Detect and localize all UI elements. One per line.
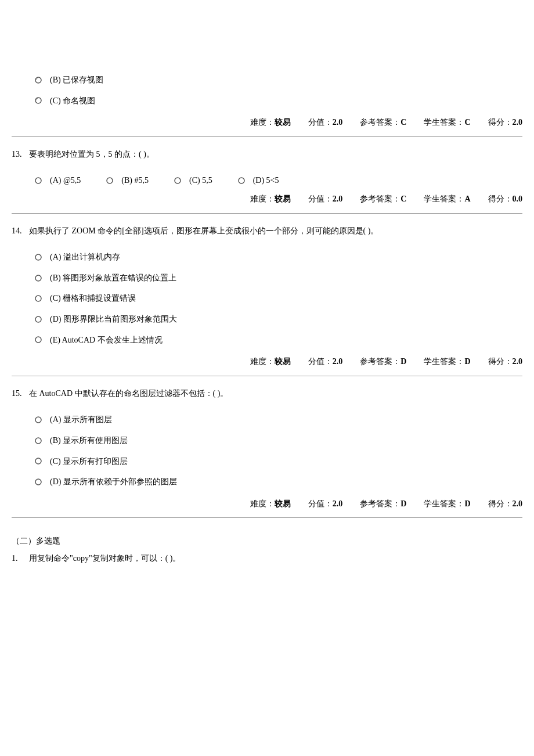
options-list: (A) 溢出计算机内存 (B) 将图形对象放置在错误的位置上 (C) 栅格和捕捉… <box>12 247 522 350</box>
option-c[interactable]: (C) 栅格和捕捉设置错误 <box>12 288 522 309</box>
option-c[interactable]: (C) 5,5 <box>174 175 212 186</box>
option-d[interactable]: (D) 显示所有依赖于外部参照的图层 <box>12 471 522 492</box>
question-text: 如果执行了 ZOOM 命令的[全部]选项后，图形在屏幕上变成很小的一个部分，则可… <box>29 225 378 237</box>
radio-icon <box>35 275 42 282</box>
answer-meta-row: 难度：较易 分值：2.0 参考答案：D 学生答案：D 得分：2.0 <box>12 496 522 513</box>
radio-icon <box>35 316 42 323</box>
option-label: (C) 显示所有打印图层 <box>50 456 128 467</box>
option-label: (A) 溢出计算机内存 <box>50 251 120 263</box>
svg-point-3 <box>107 178 113 183</box>
difficulty: 难度：较易 <box>250 356 291 368</box>
svg-point-14 <box>35 479 41 485</box>
svg-point-11 <box>35 417 41 423</box>
reference-answer: 参考答案：C <box>360 117 406 128</box>
option-c[interactable]: (C) 显示所有打印图层 <box>12 451 522 472</box>
question-text: 要表明绝对位置为 5，5 的点：( )。 <box>29 149 154 160</box>
option-d[interactable]: (D) 5<5 <box>238 175 279 186</box>
option-e[interactable]: (E) AutoCAD 不会发生上述情况 <box>12 330 522 351</box>
divider <box>12 517 522 518</box>
question-number: 1. <box>12 553 29 564</box>
option-b[interactable]: (B) 已保存视图 <box>12 70 522 91</box>
svg-point-6 <box>35 254 41 260</box>
score-value: 分值：2.0 <box>308 356 343 368</box>
options-inline: (A) @5,5 (B) #5,5 (C) 5,5 (D) 5<5 <box>12 170 522 191</box>
reference-answer: 参考答案：D <box>360 356 406 368</box>
question-number: 14. <box>12 225 29 237</box>
student-answer: 学生答案：C <box>424 117 470 128</box>
question-15: 15. 在 AutoCAD 中默认存在的命名图层过滤器不包括：( )。 (A) … <box>12 388 522 513</box>
option-a[interactable]: (A) @5,5 <box>35 175 81 186</box>
student-answer: 学生答案：D <box>424 498 470 510</box>
svg-point-4 <box>175 178 181 183</box>
radio-icon <box>35 458 42 465</box>
svg-point-5 <box>239 178 244 183</box>
earned-score: 得分：2.0 <box>488 498 523 510</box>
option-c[interactable]: (C) 命名视图 <box>12 91 522 111</box>
answer-meta-row: 难度：较易 分值：2.0 参考答案：C 学生答案：A 得分：0.0 <box>12 191 522 208</box>
options-list: (A) 显示所有图层 (B) 显示所有使用图层 (C) 显示所有打印图层 (D)… <box>12 409 522 492</box>
option-label: (A) @5,5 <box>50 175 81 186</box>
divider <box>12 136 522 137</box>
option-label: (C) 栅格和捕捉设置错误 <box>50 293 136 304</box>
radio-icon <box>35 97 42 104</box>
option-label: (B) #5,5 <box>121 175 149 186</box>
radio-icon <box>35 416 42 423</box>
reference-answer: 参考答案：D <box>360 498 406 510</box>
option-label: (A) 显示所有图层 <box>50 414 112 426</box>
question-12-partial: (B) 已保存视图 (C) 命名视图 难度：较易 分值：2.0 参考答案：C 学… <box>12 70 522 132</box>
question-text: 用复制命令"copy"复制对象时，可以：( )。 <box>29 553 181 564</box>
question-number: 13. <box>12 149 29 160</box>
divider <box>12 213 522 214</box>
difficulty: 难度：较易 <box>250 498 291 510</box>
option-b[interactable]: (B) #5,5 <box>106 175 149 186</box>
option-label: (D) 显示所有依赖于外部参照的图层 <box>50 476 177 488</box>
radio-icon <box>35 177 42 184</box>
radio-icon <box>35 254 42 261</box>
question-stem: 14. 如果执行了 ZOOM 命令的[全部]选项后，图形在屏幕上变成很小的一个部… <box>12 225 522 237</box>
option-label: (D) 图形界限比当前图形对象范围大 <box>50 314 177 325</box>
question-stem: 1. 用复制命令"copy"复制对象时，可以：( )。 <box>12 553 522 564</box>
earned-score: 得分：2.0 <box>488 117 523 128</box>
reference-answer: 参考答案：C <box>360 193 406 205</box>
question-13: 13. 要表明绝对位置为 5，5 的点：( )。 (A) @5,5 (B) #5… <box>12 149 522 208</box>
question-text: 在 AutoCAD 中默认存在的命名图层过滤器不包括：( )。 <box>29 388 228 399</box>
option-label: (B) 已保存视图 <box>50 74 103 86</box>
option-b[interactable]: (B) 显示所有使用图层 <box>12 430 522 451</box>
earned-score: 得分：0.0 <box>488 193 523 205</box>
question-stem: 13. 要表明绝对位置为 5，5 的点：( )。 <box>12 149 522 160</box>
score-value: 分值：2.0 <box>308 193 343 205</box>
score-value: 分值：2.0 <box>308 498 343 510</box>
radio-icon <box>35 437 42 444</box>
svg-point-10 <box>35 337 41 343</box>
answer-meta-row: 难度：较易 分值：2.0 参考答案：D 学生答案：D 得分：2.0 <box>12 354 522 371</box>
radio-icon <box>35 478 42 485</box>
section2-question-1: 1. 用复制命令"copy"复制对象时，可以：( )。 <box>12 553 522 564</box>
radio-icon <box>35 336 42 343</box>
radio-icon <box>174 177 181 184</box>
option-label: (E) AutoCAD 不会发生上述情况 <box>50 334 163 346</box>
question-14: 14. 如果执行了 ZOOM 命令的[全部]选项后，图形在屏幕上变成很小的一个部… <box>12 225 522 371</box>
options-list: (B) 已保存视图 (C) 命名视图 <box>12 70 522 111</box>
option-d[interactable]: (D) 图形界限比当前图形对象范围大 <box>12 309 522 330</box>
score-value: 分值：2.0 <box>308 117 343 128</box>
option-label: (C) 命名视图 <box>50 95 95 107</box>
svg-point-13 <box>35 458 41 464</box>
option-a[interactable]: (A) 显示所有图层 <box>12 409 522 430</box>
difficulty: 难度：较易 <box>250 117 291 128</box>
option-a[interactable]: (A) 溢出计算机内存 <box>12 247 522 268</box>
option-b[interactable]: (B) 将图形对象放置在错误的位置上 <box>12 268 522 289</box>
difficulty: 难度：较易 <box>250 193 291 205</box>
svg-point-9 <box>35 316 41 322</box>
option-label: (B) 显示所有使用图层 <box>50 435 128 447</box>
svg-point-8 <box>35 296 41 301</box>
student-answer: 学生答案：A <box>424 193 470 205</box>
question-stem: 15. 在 AutoCAD 中默认存在的命名图层过滤器不包括：( )。 <box>12 388 522 399</box>
radio-icon <box>106 177 113 184</box>
svg-point-12 <box>35 438 41 444</box>
divider <box>12 376 522 376</box>
svg-point-2 <box>35 178 41 183</box>
earned-score: 得分：2.0 <box>488 356 523 368</box>
radio-icon <box>35 77 42 84</box>
answer-meta-row: 难度：较易 分值：2.0 参考答案：C 学生答案：C 得分：2.0 <box>12 114 522 132</box>
option-label: (C) 5,5 <box>189 175 212 186</box>
